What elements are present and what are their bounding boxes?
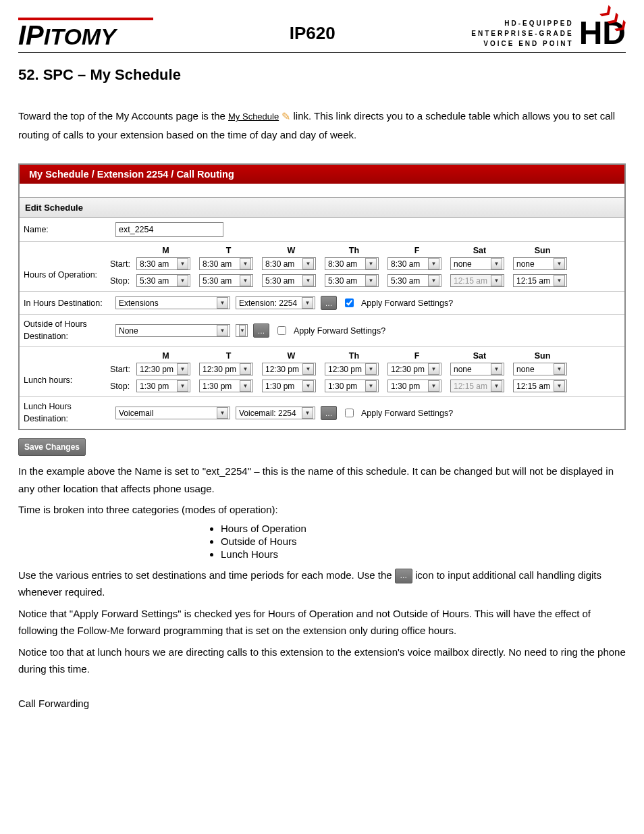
hours-start-select[interactable]: 8:30 am▼ <box>262 257 316 270</box>
hd-logo: HD ❯❯❯ <box>579 17 626 49</box>
body-p2: In the example above the Name is set to … <box>18 463 626 497</box>
days-header: MTWThFSatSun <box>20 242 624 255</box>
panel-title: My Schedule / Extension 2254 / Call Rout… <box>20 165 624 184</box>
hours-start-select[interactable]: 8:30 am▼ <box>387 257 441 270</box>
out-hours-dest-row: Outside of Hours Destination: None▼ ▼ … … <box>20 315 624 347</box>
list-item: Hours of Operation <box>221 523 626 534</box>
my-schedule-link[interactable]: My Schedule <box>228 111 279 122</box>
more-button[interactable]: … <box>321 296 337 310</box>
out-hours-sub-select[interactable]: ▼ <box>236 324 248 337</box>
in-hours-dest-row: In Hours Destination: Extensions▼ Extens… <box>20 292 624 315</box>
section-heading: 52. SPC – My Schedule <box>18 66 626 84</box>
modes-list: Hours of Operation Outside of Hours Lunc… <box>221 523 626 560</box>
edit-schedule-header: Edit Schedule <box>20 197 624 218</box>
lunch-stop-select[interactable]: 12:15 am▼ <box>450 380 504 392</box>
lunch-dest-row: Lunch Hours Destination: Voicemail▼ Voic… <box>20 397 624 429</box>
hours-start-select[interactable]: 8:30 am▼ <box>199 257 253 270</box>
apply-fwd-label: Apply Forward Settings? <box>294 326 385 336</box>
hours-stop-select[interactable]: 5:30 am▼ <box>262 274 316 287</box>
apply-fwd-checkbox[interactable] <box>277 326 286 335</box>
lunch-start-select[interactable]: 12:30 pm▼ <box>262 363 316 375</box>
stop-label: Stop: <box>110 382 133 391</box>
product-tagline: HD-EQUIPPED ENTERPRISE-GRADE VOICE END P… <box>471 18 573 49</box>
hours-of-operation-label: Hours of Operation: <box>20 255 110 291</box>
lunch-start-select[interactable]: 12:30 pm▼ <box>199 363 253 375</box>
days-header: MTWThFSatSun <box>20 347 624 361</box>
lunch-start-select[interactable]: 12:30 pm▼ <box>136 363 190 375</box>
lunch-stop-select[interactable]: 1:30 pm▼ <box>199 380 253 392</box>
start-label: Start: <box>110 365 133 374</box>
more-button[interactable]: … <box>253 323 269 338</box>
hours-start-select[interactable]: none▼ <box>450 257 504 270</box>
hours-stop-select[interactable]: 12:15 am▼ <box>513 274 567 287</box>
lunch-stop-select[interactable]: 12:15 am▼ <box>513 380 567 392</box>
hours-stop-select[interactable]: 5:30 am▼ <box>387 274 441 287</box>
body-p6: Notice too that at lunch hours we are di… <box>18 644 626 678</box>
pencil-icon: ✎ <box>281 111 290 122</box>
lunch-dest-select[interactable]: Voicemail▼ <box>115 407 230 419</box>
model-number: IP620 <box>290 23 336 44</box>
lunch-start-select[interactable]: 12:30 pm▼ <box>325 363 379 375</box>
body-p5: Notice that "Apply Forward Settings" is … <box>18 605 626 640</box>
hours-stop-select[interactable]: 5:30 am▼ <box>325 274 379 287</box>
page-header: IPITOMY IP620 HD-EQUIPPED ENTERPRISE-GRA… <box>18 17 626 53</box>
lunch-hours-label: Lunch hours: <box>20 361 110 396</box>
out-hours-dest-label: Outside of Hours Destination: <box>24 319 110 342</box>
lunch-vm-select[interactable]: Voicemail: 2254▼ <box>236 407 315 419</box>
body-p4: Use the various entries to set destinati… <box>18 567 626 601</box>
stop-label: Stop: <box>110 276 133 286</box>
list-item: Lunch Hours <box>221 548 626 560</box>
hours-stop-select[interactable]: 5:30 am▼ <box>199 274 253 287</box>
in-hours-dest-label: In Hours Destination: <box>24 298 110 308</box>
more-button[interactable]: … <box>321 406 337 420</box>
body-p7: Call Forwarding <box>18 695 626 712</box>
brand-logo: IPITOMY <box>18 18 153 49</box>
hours-start-select[interactable]: 8:30 am▼ <box>136 257 190 270</box>
schedule-name-input[interactable] <box>115 222 223 237</box>
schedule-panel: My Schedule / Extension 2254 / Call Rout… <box>18 163 626 430</box>
apply-fwd-label: Apply Forward Settings? <box>361 409 453 418</box>
body-p3: Time is broken into three categories (mo… <box>18 501 626 519</box>
chevron-down-icon: ▼ <box>177 258 188 269</box>
save-changes-button[interactable]: Save Changes <box>18 438 86 456</box>
out-hours-dest-select[interactable]: None▼ <box>115 324 230 337</box>
apply-fwd-label: Apply Forward Settings? <box>361 298 453 308</box>
hours-stop-select[interactable]: 5:30 am▼ <box>136 274 190 287</box>
in-hours-dest-select[interactable]: Extensions▼ <box>115 296 230 309</box>
list-item: Outside of Hours <box>221 536 626 547</box>
lunch-dest-label: Lunch Hours Destination: <box>24 401 110 425</box>
lunch-stop-select[interactable]: 1:30 pm▼ <box>262 380 316 392</box>
hours-start-select[interactable]: 8:30 am▼ <box>325 257 379 270</box>
more-icon: … <box>395 569 412 583</box>
intro-paragraph: Toward the top of the My Accounts page i… <box>18 107 626 143</box>
name-row: Name: <box>20 218 624 242</box>
lunch-stop-select[interactable]: 1:30 pm▼ <box>325 380 379 392</box>
apply-fwd-checkbox[interactable] <box>345 298 354 307</box>
apply-fwd-checkbox[interactable] <box>345 409 354 417</box>
name-label: Name: <box>24 225 110 234</box>
lunch-start-select[interactable]: none▼ <box>513 363 567 375</box>
hours-start-select[interactable]: none▼ <box>513 257 567 270</box>
lunch-stop-select[interactable]: 1:30 pm▼ <box>136 380 190 392</box>
lunch-stop-select[interactable]: 1:30 pm▼ <box>387 380 441 392</box>
start-label: Start: <box>110 259 133 269</box>
hours-stop-select[interactable]: 12:15 am▼ <box>450 274 504 287</box>
in-hours-ext-select[interactable]: Extension: 2254▼ <box>236 296 315 309</box>
lunch-start-select[interactable]: none▼ <box>450 363 504 375</box>
lunch-start-select[interactable]: 12:30 pm▼ <box>387 363 441 375</box>
